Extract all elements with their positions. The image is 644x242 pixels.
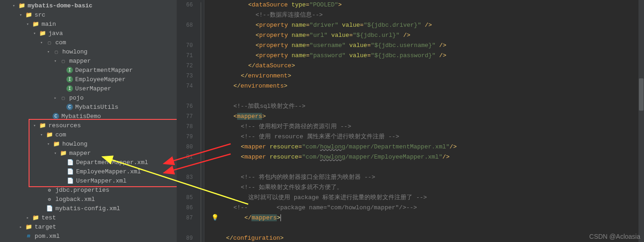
tree-item-departmentmapper[interactable]: DepartmentMapper bbox=[0, 65, 177, 75]
tree-item-usermapper[interactable]: UserMapper bbox=[0, 84, 177, 93]
line-number: 74 bbox=[177, 81, 193, 91]
tree-item-mybatis-dome-basic[interactable]: mybatis-dome-basic bbox=[0, 1, 177, 10]
xml-icon bbox=[66, 168, 74, 175]
code-line[interactable]: <!-- 使用相对于类路径的资源引用 --> bbox=[211, 122, 644, 132]
tree-item-java[interactable]: java bbox=[0, 29, 177, 38]
line-number bbox=[177, 91, 193, 101]
expand-arrow-icon[interactable] bbox=[18, 224, 23, 230]
code-line[interactable]: <!-- <package name="com/howlong/mapper"/… bbox=[211, 203, 644, 213]
tree-label: howlong bbox=[62, 48, 88, 55]
class-icon bbox=[53, 113, 59, 119]
code-line[interactable] bbox=[211, 91, 644, 101]
tree-item-test[interactable]: test bbox=[0, 213, 177, 222]
tree-item-employeemapper-xml[interactable]: EmployeeMapper.xml bbox=[0, 167, 177, 176]
tree-item-howlong[interactable]: howlong bbox=[0, 47, 177, 56]
expand-arrow-icon[interactable] bbox=[53, 59, 58, 64]
code-line[interactable]: <property name="password" value="${jdbc.… bbox=[211, 51, 644, 61]
code-line[interactable]: 💡 </mappers> bbox=[211, 213, 644, 223]
tree-item-pom-xml[interactable]: pom.xml bbox=[0, 231, 177, 241]
tree-item-com[interactable]: com bbox=[0, 130, 177, 139]
code-line[interactable]: <mappers> bbox=[211, 112, 644, 122]
tree-label: java bbox=[48, 30, 63, 37]
line-number: 81 bbox=[177, 152, 193, 162]
code-editor[interactable]: 666870717273747677787980818385868789 <da… bbox=[177, 0, 644, 242]
tree-item-mybatis-config-xml[interactable]: mybatis-config.xml bbox=[0, 204, 177, 213]
xml-icon bbox=[46, 205, 53, 212]
code-line[interactable] bbox=[211, 223, 644, 233]
code-line[interactable]: <!--数据库连接信息--> bbox=[211, 10, 644, 20]
tree-item-jdbc-properties[interactable]: jdbc.properties bbox=[0, 185, 177, 195]
code-line[interactable]: </dataSource> bbox=[211, 61, 644, 71]
folder-icon bbox=[32, 20, 39, 28]
expand-arrow-icon[interactable] bbox=[53, 151, 58, 156]
expand-arrow-icon[interactable] bbox=[18, 12, 23, 18]
tree-label: DepartmentMapper.xml bbox=[76, 159, 148, 166]
code-line[interactable]: 这时就可以使用 package 标签来进行批量的映射文件注册了 --> bbox=[211, 193, 644, 203]
code-line[interactable]: <mapper resource="com/howlong/mapper/Dep… bbox=[211, 142, 644, 152]
line-number bbox=[177, 162, 193, 172]
line-number: 89 bbox=[177, 233, 193, 242]
code-line[interactable]: <!-- 将包内的映射器接口全部注册为映射器 --> bbox=[211, 172, 644, 183]
code-line[interactable] bbox=[211, 162, 644, 172]
tree-item-com[interactable]: com bbox=[0, 38, 177, 47]
interface-icon bbox=[66, 76, 73, 83]
expand-arrow-icon[interactable] bbox=[46, 49, 51, 54]
code-line[interactable]: </configuration> bbox=[211, 233, 644, 242]
code-line[interactable]: <mapper resource="com/howlong/mapper/Emp… bbox=[211, 152, 644, 162]
tree-item-mapper[interactable]: mapper bbox=[0, 148, 177, 158]
tree-label: MybatisUtils bbox=[75, 104, 119, 111]
tree-label: mybatis-dome-basic bbox=[28, 2, 92, 9]
tree-item-mybatisutils[interactable]: MybatisUtils bbox=[0, 102, 177, 112]
tree-label: test bbox=[42, 214, 56, 221]
code-line[interactable]: </environment> bbox=[211, 71, 644, 81]
tree-item-pojo[interactable]: pojo bbox=[0, 93, 177, 102]
expand-arrow-icon[interactable] bbox=[53, 95, 58, 100]
expand-arrow-icon[interactable] bbox=[25, 215, 30, 220]
expand-arrow-icon[interactable] bbox=[25, 22, 30, 27]
class-icon bbox=[66, 104, 73, 110]
pkg-icon bbox=[53, 48, 60, 55]
expand-arrow-icon[interactable] bbox=[32, 123, 37, 128]
line-number: 78 bbox=[177, 122, 193, 132]
tree-label: howlong bbox=[62, 141, 88, 148]
interface-icon bbox=[66, 85, 73, 92]
code-line[interactable]: <!-- 如果映射文件较多就不方便了。 bbox=[211, 183, 644, 193]
tree-item-logback-xml[interactable]: logback.xml bbox=[0, 195, 177, 204]
code-line[interactable]: <property name="url" value="${jdbc.url}"… bbox=[211, 30, 644, 41]
editor-scrollbar[interactable] bbox=[638, 0, 644, 242]
code-line[interactable]: <!--加载sql映射文件--> bbox=[211, 101, 644, 112]
tree-item-mapper[interactable]: mapper bbox=[0, 56, 177, 65]
scrollbar-thumb[interactable] bbox=[639, 78, 644, 111]
line-number bbox=[177, 183, 193, 193]
tree-item-resources[interactable]: resources bbox=[0, 121, 177, 130]
tree-item-src[interactable]: src bbox=[0, 10, 177, 19]
tree-item-mybatisdemo[interactable]: MybatisDemo bbox=[0, 112, 177, 121]
expand-arrow-icon[interactable] bbox=[46, 142, 51, 147]
tree-item-usermapper-xml[interactable]: UserMapper.xml bbox=[0, 176, 177, 185]
line-number: 66 bbox=[177, 0, 193, 10]
tree-item-target[interactable]: target bbox=[0, 222, 177, 231]
intention-bulb-icon[interactable]: 💡 bbox=[211, 214, 219, 221]
tree-item-main[interactable]: main bbox=[0, 19, 177, 29]
code-line[interactable]: <!-- 使用 resource 属性来逐个进行映射文件注册 --> bbox=[211, 132, 644, 142]
tree-item-howlong[interactable]: howlong bbox=[0, 139, 177, 148]
code-line[interactable]: <dataSource type="POOLED"> bbox=[211, 0, 644, 10]
expand-arrow-icon[interactable] bbox=[32, 31, 37, 36]
xml-icon bbox=[66, 159, 74, 166]
tree-item-employeemapper[interactable]: EmployeeMapper bbox=[0, 75, 177, 84]
expand-arrow-icon[interactable] bbox=[39, 40, 44, 45]
code-area[interactable]: <dataSource type="POOLED"><!--数据库连接信息-->… bbox=[204, 0, 644, 242]
tree-label: DepartmentMapper bbox=[75, 67, 133, 74]
code-line[interactable]: </environments> bbox=[211, 81, 644, 91]
fold-column[interactable] bbox=[197, 0, 204, 242]
project-tree-sidebar[interactable]: mybatis-dome-basicsrcmainjavacomhowlongm… bbox=[0, 0, 177, 242]
folder-icon bbox=[46, 131, 53, 138]
tree-label: target bbox=[35, 224, 56, 230]
code-line[interactable]: <property name="driver" value="${jdbc.dr… bbox=[211, 20, 644, 30]
code-line[interactable]: <property name="username" value="${jdbc.… bbox=[211, 41, 644, 51]
tree-item-departmentmapper-xml[interactable]: DepartmentMapper.xml bbox=[0, 158, 177, 167]
expand-arrow-icon[interactable] bbox=[12, 3, 16, 8]
expand-arrow-icon[interactable] bbox=[39, 132, 44, 137]
line-number: 85 bbox=[177, 193, 193, 203]
tree-label: UserMapper.xml bbox=[76, 177, 126, 184]
